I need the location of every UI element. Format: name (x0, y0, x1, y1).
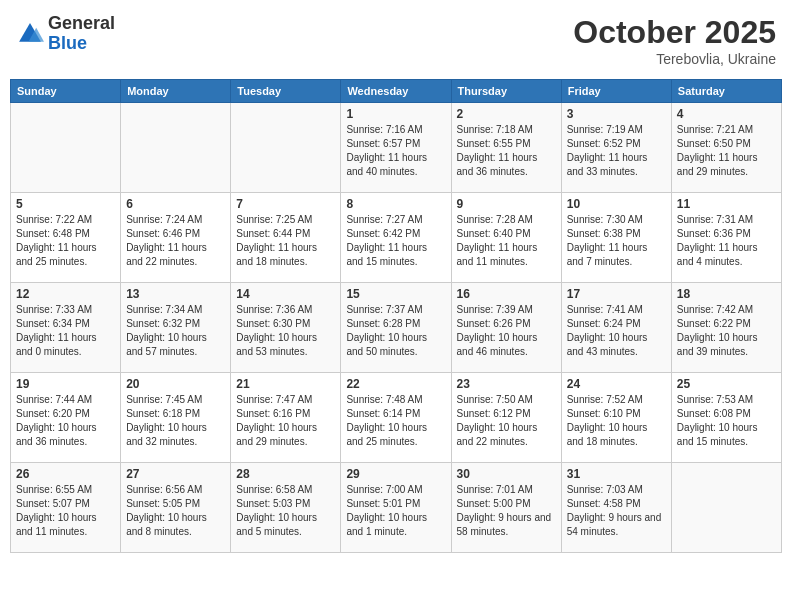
day-info: Sunrise: 7:27 AM Sunset: 6:42 PM Dayligh… (346, 213, 445, 269)
day-number: 8 (346, 197, 445, 211)
day-info: Sunrise: 7:33 AM Sunset: 6:34 PM Dayligh… (16, 303, 115, 359)
day-info: Sunrise: 7:00 AM Sunset: 5:01 PM Dayligh… (346, 483, 445, 539)
day-info: Sunrise: 7:42 AM Sunset: 6:22 PM Dayligh… (677, 303, 776, 359)
day-number: 22 (346, 377, 445, 391)
logo-blue: Blue (48, 33, 87, 53)
day-info: Sunrise: 7:28 AM Sunset: 6:40 PM Dayligh… (457, 213, 556, 269)
calendar-cell: 14Sunrise: 7:36 AM Sunset: 6:30 PM Dayli… (231, 283, 341, 373)
calendar-cell: 5Sunrise: 7:22 AM Sunset: 6:48 PM Daylig… (11, 193, 121, 283)
day-info: Sunrise: 7:19 AM Sunset: 6:52 PM Dayligh… (567, 123, 666, 179)
day-info: Sunrise: 7:16 AM Sunset: 6:57 PM Dayligh… (346, 123, 445, 179)
calendar-cell: 31Sunrise: 7:03 AM Sunset: 4:58 PM Dayli… (561, 463, 671, 553)
day-info: Sunrise: 6:56 AM Sunset: 5:05 PM Dayligh… (126, 483, 225, 539)
day-number: 18 (677, 287, 776, 301)
day-number: 16 (457, 287, 556, 301)
day-number: 3 (567, 107, 666, 121)
calendar-cell: 17Sunrise: 7:41 AM Sunset: 6:24 PM Dayli… (561, 283, 671, 373)
calendar-week-row: 19Sunrise: 7:44 AM Sunset: 6:20 PM Dayli… (11, 373, 782, 463)
weekday-header: Thursday (451, 80, 561, 103)
month-title: October 2025 (573, 14, 776, 51)
calendar-cell (11, 103, 121, 193)
day-info: Sunrise: 7:50 AM Sunset: 6:12 PM Dayligh… (457, 393, 556, 449)
day-info: Sunrise: 7:30 AM Sunset: 6:38 PM Dayligh… (567, 213, 666, 269)
calendar-cell: 13Sunrise: 7:34 AM Sunset: 6:32 PM Dayli… (121, 283, 231, 373)
calendar-cell: 21Sunrise: 7:47 AM Sunset: 6:16 PM Dayli… (231, 373, 341, 463)
day-info: Sunrise: 7:01 AM Sunset: 5:00 PM Dayligh… (457, 483, 556, 539)
day-info: Sunrise: 7:45 AM Sunset: 6:18 PM Dayligh… (126, 393, 225, 449)
day-info: Sunrise: 7:18 AM Sunset: 6:55 PM Dayligh… (457, 123, 556, 179)
day-info: Sunrise: 7:34 AM Sunset: 6:32 PM Dayligh… (126, 303, 225, 359)
page-header: General Blue October 2025 Terebovlia, Uk… (10, 10, 782, 71)
day-number: 27 (126, 467, 225, 481)
day-number: 13 (126, 287, 225, 301)
calendar-cell: 19Sunrise: 7:44 AM Sunset: 6:20 PM Dayli… (11, 373, 121, 463)
calendar-cell: 29Sunrise: 7:00 AM Sunset: 5:01 PM Dayli… (341, 463, 451, 553)
day-number: 11 (677, 197, 776, 211)
calendar-week-row: 5Sunrise: 7:22 AM Sunset: 6:48 PM Daylig… (11, 193, 782, 283)
weekday-header: Wednesday (341, 80, 451, 103)
calendar-cell: 26Sunrise: 6:55 AM Sunset: 5:07 PM Dayli… (11, 463, 121, 553)
calendar-cell: 6Sunrise: 7:24 AM Sunset: 6:46 PM Daylig… (121, 193, 231, 283)
day-info: Sunrise: 7:53 AM Sunset: 6:08 PM Dayligh… (677, 393, 776, 449)
day-number: 17 (567, 287, 666, 301)
calendar-cell: 2Sunrise: 7:18 AM Sunset: 6:55 PM Daylig… (451, 103, 561, 193)
logo-icon (16, 20, 44, 48)
calendar-cell (671, 463, 781, 553)
day-number: 28 (236, 467, 335, 481)
location-subtitle: Terebovlia, Ukraine (573, 51, 776, 67)
day-info: Sunrise: 7:39 AM Sunset: 6:26 PM Dayligh… (457, 303, 556, 359)
weekday-header-row: SundayMondayTuesdayWednesdayThursdayFrid… (11, 80, 782, 103)
calendar-cell: 15Sunrise: 7:37 AM Sunset: 6:28 PM Dayli… (341, 283, 451, 373)
day-number: 24 (567, 377, 666, 391)
calendar-cell: 11Sunrise: 7:31 AM Sunset: 6:36 PM Dayli… (671, 193, 781, 283)
day-number: 10 (567, 197, 666, 211)
day-info: Sunrise: 7:44 AM Sunset: 6:20 PM Dayligh… (16, 393, 115, 449)
weekday-header: Tuesday (231, 80, 341, 103)
day-number: 23 (457, 377, 556, 391)
day-number: 1 (346, 107, 445, 121)
day-number: 31 (567, 467, 666, 481)
day-number: 12 (16, 287, 115, 301)
day-info: Sunrise: 7:37 AM Sunset: 6:28 PM Dayligh… (346, 303, 445, 359)
calendar-cell: 8Sunrise: 7:27 AM Sunset: 6:42 PM Daylig… (341, 193, 451, 283)
calendar-cell: 27Sunrise: 6:56 AM Sunset: 5:05 PM Dayli… (121, 463, 231, 553)
day-number: 19 (16, 377, 115, 391)
day-info: Sunrise: 7:24 AM Sunset: 6:46 PM Dayligh… (126, 213, 225, 269)
day-info: Sunrise: 7:36 AM Sunset: 6:30 PM Dayligh… (236, 303, 335, 359)
logo: General Blue (16, 14, 115, 54)
day-info: Sunrise: 7:31 AM Sunset: 6:36 PM Dayligh… (677, 213, 776, 269)
calendar-cell: 25Sunrise: 7:53 AM Sunset: 6:08 PM Dayli… (671, 373, 781, 463)
day-number: 5 (16, 197, 115, 211)
logo-general: General (48, 13, 115, 33)
weekday-header: Monday (121, 80, 231, 103)
title-area: October 2025 Terebovlia, Ukraine (573, 14, 776, 67)
day-info: Sunrise: 7:22 AM Sunset: 6:48 PM Dayligh… (16, 213, 115, 269)
day-info: Sunrise: 7:03 AM Sunset: 4:58 PM Dayligh… (567, 483, 666, 539)
calendar-cell: 24Sunrise: 7:52 AM Sunset: 6:10 PM Dayli… (561, 373, 671, 463)
day-number: 26 (16, 467, 115, 481)
calendar-table: SundayMondayTuesdayWednesdayThursdayFrid… (10, 79, 782, 553)
calendar-cell: 18Sunrise: 7:42 AM Sunset: 6:22 PM Dayli… (671, 283, 781, 373)
calendar-cell (231, 103, 341, 193)
day-info: Sunrise: 6:58 AM Sunset: 5:03 PM Dayligh… (236, 483, 335, 539)
calendar-cell: 22Sunrise: 7:48 AM Sunset: 6:14 PM Dayli… (341, 373, 451, 463)
day-info: Sunrise: 7:41 AM Sunset: 6:24 PM Dayligh… (567, 303, 666, 359)
calendar-cell: 7Sunrise: 7:25 AM Sunset: 6:44 PM Daylig… (231, 193, 341, 283)
day-number: 7 (236, 197, 335, 211)
weekday-header: Sunday (11, 80, 121, 103)
day-number: 4 (677, 107, 776, 121)
day-number: 29 (346, 467, 445, 481)
calendar-cell: 3Sunrise: 7:19 AM Sunset: 6:52 PM Daylig… (561, 103, 671, 193)
calendar-cell: 16Sunrise: 7:39 AM Sunset: 6:26 PM Dayli… (451, 283, 561, 373)
weekday-header: Saturday (671, 80, 781, 103)
day-number: 14 (236, 287, 335, 301)
day-number: 25 (677, 377, 776, 391)
calendar-cell: 1Sunrise: 7:16 AM Sunset: 6:57 PM Daylig… (341, 103, 451, 193)
calendar-week-row: 26Sunrise: 6:55 AM Sunset: 5:07 PM Dayli… (11, 463, 782, 553)
weekday-header: Friday (561, 80, 671, 103)
calendar-cell: 10Sunrise: 7:30 AM Sunset: 6:38 PM Dayli… (561, 193, 671, 283)
calendar-week-row: 12Sunrise: 7:33 AM Sunset: 6:34 PM Dayli… (11, 283, 782, 373)
day-number: 6 (126, 197, 225, 211)
calendar-cell: 20Sunrise: 7:45 AM Sunset: 6:18 PM Dayli… (121, 373, 231, 463)
day-number: 21 (236, 377, 335, 391)
